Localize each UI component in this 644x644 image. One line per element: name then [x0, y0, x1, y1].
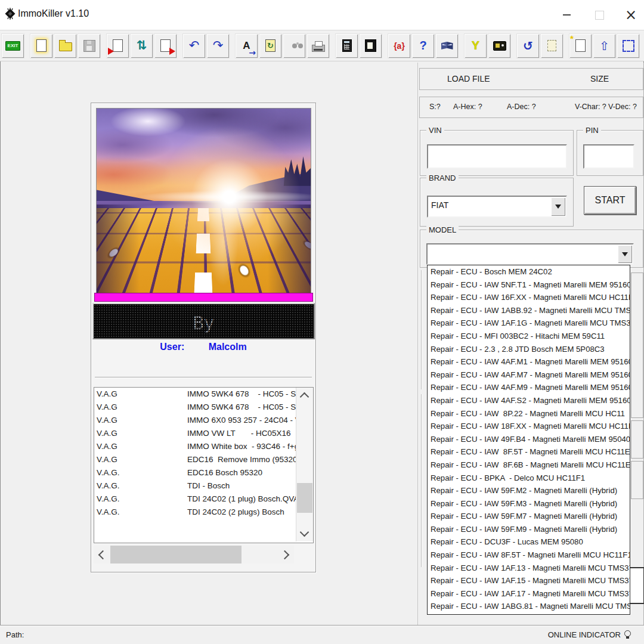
model-option[interactable]: Repair - ECU - IAW 16F.XX - Magneti Mare…: [428, 291, 630, 304]
model-option[interactable]: Repair - ECU - IAW 59F.M9 - Magneti Mare…: [428, 523, 630, 536]
list-item[interactable]: V.A.G.TDI - Bosch: [94, 479, 313, 493]
model-option[interactable]: Repair - ECU - BPKA - Delco MCU HC11F1: [428, 472, 630, 485]
model-option[interactable]: Repair - ECU - IAW 1AF.17 - Magneti Mare…: [428, 587, 630, 600]
calculator-button[interactable]: [335, 33, 358, 58]
model-option[interactable]: Repair - ECU - IAW 1AF.13 - Magneti Mare…: [428, 562, 630, 575]
list-item[interactable]: V.A.G.TDI 24C02 (1 plug) Bosch.QVAG: [94, 493, 313, 506]
model-option[interactable]: Repair - ECU - MFI 003BC2 - Hitachi MEM …: [428, 330, 630, 343]
model-option[interactable]: Repair - ECU - IAW 59F.M3 - Magneti Mare…: [428, 497, 630, 510]
undo-button[interactable]: ↶: [182, 33, 206, 58]
export-file-button[interactable]: [154, 33, 177, 58]
ascii-button[interactable]: {a}: [388, 33, 411, 58]
upload-button[interactable]: ⇧: [593, 33, 616, 58]
reload-button[interactable]: ↺: [516, 33, 540, 58]
brand-dropdown-button[interactable]: [551, 197, 565, 216]
device-button[interactable]: [488, 33, 511, 58]
toolbar: EXIT ⇅ ↶ ↷ A→ ↻ {a} ? Y ↺ * ⇧: [0, 30, 644, 61]
import-file-button[interactable]: [106, 33, 129, 58]
desc-cell: IMMO 5WK4 678 - HC05 - Siem: [187, 388, 309, 401]
redo-button[interactable]: ↷: [206, 33, 230, 58]
close-button[interactable]: ×: [618, 6, 644, 24]
model-option[interactable]: Repair - ECU - IAW 8F.5T - Magneti Marel…: [428, 549, 630, 562]
sort-button[interactable]: ⇅: [130, 33, 153, 58]
vertical-scrollbar[interactable]: [296, 388, 313, 541]
manual-button[interactable]: [435, 33, 459, 58]
list-item[interactable]: V.A.GIMMO VW LT - HC05X16: [94, 427, 313, 440]
model-option[interactable]: Repair - ECU - IAW 59F.M2 - Magneti Mare…: [428, 484, 630, 497]
model-option[interactable]: Repair - ECU - IAW 4AF.M1 - Magneti Mare…: [428, 355, 630, 369]
load-file-label[interactable]: LOAD FILE: [447, 74, 490, 83]
scroll-right-icon[interactable]: [280, 550, 290, 560]
list-item[interactable]: V.A.GIMMO 5WK4 678 - HC05 - Siem: [94, 401, 313, 414]
brand-value: FIAT: [431, 200, 448, 210]
pin-label: PIN: [583, 126, 601, 135]
list-item[interactable]: V.A.G.TDI 24C02 (2 plugs) Bosch: [94, 506, 313, 519]
sort-arrows-icon: ⇅: [137, 39, 147, 52]
save-file-button[interactable]: [78, 33, 101, 58]
model-option[interactable]: Repair - ECU - IAW 8F.5T - Magneti Marel…: [428, 445, 630, 459]
scrollbar-thumb[interactable]: [297, 483, 312, 513]
braces-a-icon: {a}: [394, 41, 405, 51]
vin-input[interactable]: [428, 145, 566, 168]
model-option[interactable]: Repair - ECU - IAW 49F.B4 - Magneti Mare…: [428, 433, 630, 446]
search-button[interactable]: [283, 33, 306, 58]
model-option[interactable]: Repair - ECU - IAW 1ABB.92 - Magneti Mar…: [428, 304, 630, 317]
open-file-button[interactable]: [54, 33, 77, 58]
monitor-icon: [365, 39, 376, 52]
splash-image: [96, 108, 311, 293]
new-doc-button[interactable]: *: [569, 33, 592, 58]
model-option[interactable]: Repair - ECU - IAW 8P.22 - Magneti Marel…: [428, 407, 630, 420]
selection-icon: [623, 40, 634, 52]
scroll-down-icon[interactable]: [300, 528, 309, 537]
model-option[interactable]: Repair - ECU - IAW 4AF.M9 - Magneti Mare…: [428, 381, 630, 394]
vehicle-list[interactable]: V.A.GIMMO 5WK4 678 - HC05 - Siem V.A.GIM…: [94, 387, 314, 543]
model-combobox[interactable]: [426, 243, 634, 265]
pin-input[interactable]: [584, 145, 633, 168]
print-button[interactable]: [306, 33, 330, 58]
chevron-down-icon: [555, 205, 561, 209]
tools-button[interactable]: Y: [464, 33, 487, 58]
minimize-button[interactable]: [553, 6, 580, 24]
model-option[interactable]: Repair - ECU - IAW 8F.6B - Magneti Marel…: [428, 459, 630, 472]
brand-cell: V.A.G.: [94, 506, 187, 519]
model-option[interactable]: Repair - ECU - IAW 4AF.M7 - Magneti Mare…: [428, 369, 630, 382]
list-item[interactable]: V.A.GEDC16 Remove Immo (95320): [94, 453, 313, 466]
select-region-button[interactable]: [617, 33, 640, 58]
lightbulb-icon: [624, 630, 631, 637]
maximize-button[interactable]: [586, 6, 612, 24]
model-dropdown-button[interactable]: [618, 245, 632, 263]
help-button[interactable]: ?: [411, 33, 435, 58]
scrollbar-thumb[interactable]: [110, 546, 242, 564]
list-item[interactable]: V.A.GIMMO 5WK4 678 - HC05 - Siem: [94, 388, 313, 401]
model-option[interactable]: Repair - ECU - IAW 5NF.T1 - Magneti Mare…: [428, 278, 630, 292]
model-option[interactable]: Repair - ECU - IAW 18F.XX - Magneti Mare…: [428, 420, 630, 433]
chip-button[interactable]: [540, 33, 564, 58]
new-file-button[interactable]: [30, 33, 53, 58]
model-option[interactable]: Repair - ECU - IAW 59F.M7 - Magneti Mare…: [428, 510, 630, 523]
model-option[interactable]: Repair - ECU - Bosch MEM 24C02: [428, 265, 630, 278]
user-label: User:: [160, 342, 184, 352]
scroll-up-icon[interactable]: [300, 392, 309, 402]
horizontal-scrollbar[interactable]: [94, 546, 294, 564]
brand-combobox[interactable]: FIAT: [427, 196, 567, 218]
list-item[interactable]: V.A.GIMMO White box - 93C46 - f+g M: [94, 440, 313, 453]
list-item[interactable]: V.A.G.EDC16 Bosch 95320: [94, 466, 313, 479]
model-option[interactable]: Repair - ECU - IAW 1ABG.81 - Magneti Mar…: [428, 600, 630, 613]
model-option[interactable]: Repair - ECU - 2.3 , 2.8 JTD Bosch MEM 5…: [428, 343, 630, 356]
desc-cell: IMMO White box - 93C46 - f+g M: [187, 440, 308, 453]
refresh-file-button[interactable]: ↻: [259, 33, 282, 58]
scroll-left-icon[interactable]: [98, 550, 108, 560]
load-file-bar: LOAD FILE SIZE: [419, 68, 643, 90]
monitor-button[interactable]: [359, 33, 382, 58]
model-dropdown-list[interactable]: Repair - ECU - Bosch MEM 24C02 Repair - …: [427, 265, 630, 615]
list-item[interactable]: V.A.GIMMO 6X0 953 257 - 24C04 - Val: [94, 414, 313, 427]
model-option[interactable]: Repair - ECU - IAW 1AF.1G - Magneti Mare…: [428, 317, 630, 330]
start-button[interactable]: START: [584, 186, 636, 215]
model-option[interactable]: Repair - ECU - IAW 1AF.15 - Magneti Mare…: [428, 574, 630, 587]
font-convert-button[interactable]: A→: [235, 33, 258, 58]
brand-cell: V.A.G: [94, 427, 187, 440]
model-option[interactable]: Repair - ECU - DCU3F - Lucas MEM 95080: [428, 535, 630, 549]
exit-button[interactable]: EXIT: [1, 33, 24, 58]
model-option[interactable]: Repair - ECU - IAW 4AF.S2 - Magneti Mare…: [428, 394, 630, 407]
size-label[interactable]: SIZE: [590, 74, 609, 83]
